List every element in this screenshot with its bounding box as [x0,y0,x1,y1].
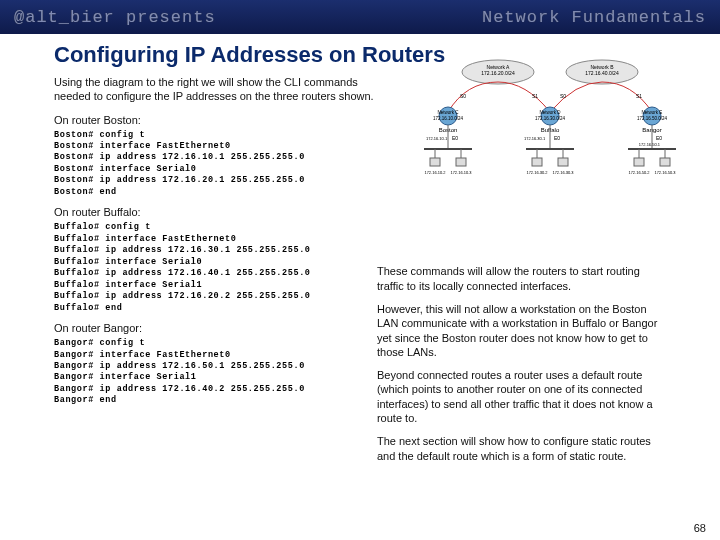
svg-text:Network C172.16.10.0/24: Network C172.16.10.0/24 [433,110,464,121]
section-buffalo: On router Buffalo: Buffalo# config t Buf… [54,206,351,314]
section-buffalo-label: On router Buffalo: [54,206,351,218]
explanation-column: These commands will allow the routers to… [377,206,666,472]
section-bangor: On router Bangor: Bangor# config t Bango… [54,322,351,407]
svg-text:172.16.10.3: 172.16.10.3 [450,170,472,175]
section-buffalo-cli: Buffalo# config t Buffalo# interface Fas… [54,222,351,314]
s0-label-2: S0 [560,93,566,99]
svg-text:Network E172.16.50.0/24: Network E172.16.50.0/24 [637,110,668,121]
svg-text:172.16.30.1: 172.16.30.1 [524,136,546,141]
workstation-icon: 172.16.10.2 172.16.10.3 [424,149,472,175]
paragraph-1: These commands will allow the routers to… [377,264,666,293]
intro-text: Using the diagram to the right we will s… [54,76,374,104]
section-bangor-label: On router Bangor: [54,322,351,334]
svg-text:Network D172.16.30.0/24: Network D172.16.30.0/24 [535,110,566,121]
svg-text:172.16.50.2: 172.16.50.2 [628,170,650,175]
svg-text:172.16.50.3: 172.16.50.3 [654,170,676,175]
workstation-icon: 172.16.30.2 172.16.30.3 [526,149,574,175]
svg-text:172.16.30.2: 172.16.30.2 [526,170,548,175]
svg-text:172.16.50.1: 172.16.50.1 [639,142,661,147]
svg-rect-35 [634,158,644,166]
svg-text:172.16.30.3: 172.16.30.3 [552,170,574,175]
banner-right: Network Fundamentals [482,8,706,27]
s1-label-2: S1 [636,93,642,99]
svg-rect-29 [532,158,542,166]
section-bangor-cli: Bangor# config t Bangor# interface FastE… [54,338,351,407]
svg-text:172.16.10.2: 172.16.10.2 [424,170,446,175]
svg-rect-24 [456,158,466,166]
svg-text:E0: E0 [452,135,458,141]
s0-label-1: S0 [460,93,466,99]
svg-text:E0: E0 [554,135,560,141]
paragraph-3: Beyond connected routes a router uses a … [377,368,666,425]
banner-left: @alt_bier presents [14,8,216,27]
svg-text:172.16.10.1: 172.16.10.1 [426,136,448,141]
svg-rect-23 [430,158,440,166]
workstation-icon: 172.16.50.2 172.16.50.3 [628,149,676,175]
paragraph-2: However, this will not allow a workstati… [377,302,666,359]
svg-rect-30 [558,158,568,166]
s1-label-1: S1 [532,93,538,99]
header-banner: @alt_bier presents Network Fundamentals [0,0,720,34]
page-number: 68 [694,522,706,534]
network-diagram: Network A172.16.20.0/24 Network B172.16.… [416,54,684,184]
paragraph-4: The next section will show how to config… [377,434,666,463]
svg-rect-36 [660,158,670,166]
svg-text:E0: E0 [656,135,662,141]
